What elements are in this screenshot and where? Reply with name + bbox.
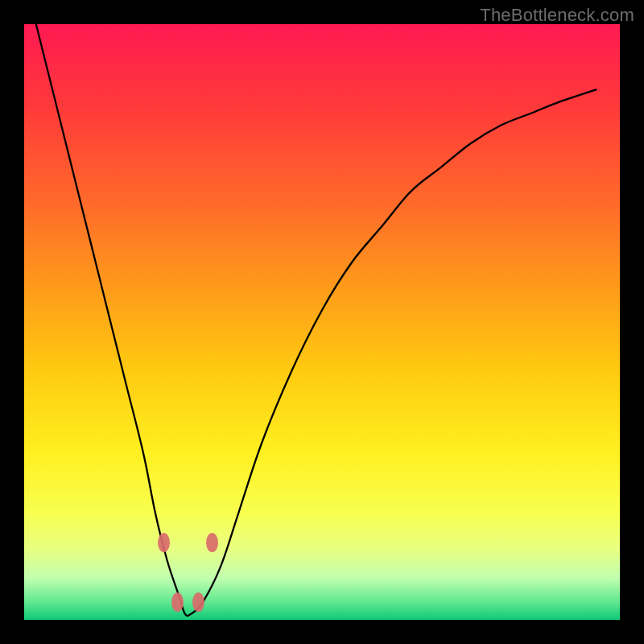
curve-marker [206,533,218,552]
watermark-text: TheBottleneck.com [480,5,634,26]
curve-marker [192,592,204,612]
bottleneck-curve [36,24,597,616]
plot-area [24,24,620,620]
curve-svg [24,24,620,620]
chart-frame: TheBottleneck.com [0,0,644,644]
